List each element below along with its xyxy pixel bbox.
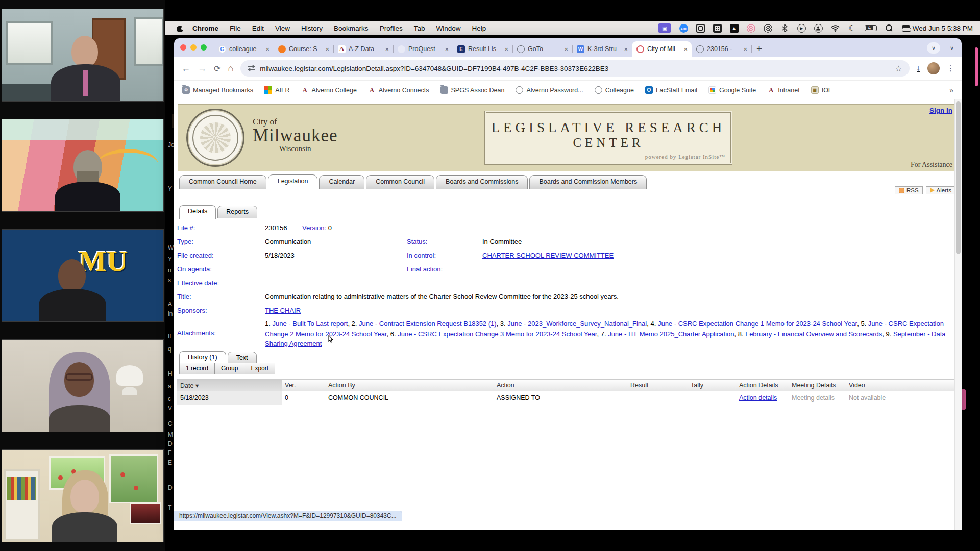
nav-tab-common-council-home[interactable]: Common Council Home	[179, 175, 266, 189]
grid-icon[interactable]	[713, 24, 722, 33]
attachment-link[interactable]: June - 2023_Workforce_Survey_National_Fi…	[507, 320, 647, 328]
tab-reports[interactable]: Reports	[217, 206, 257, 218]
browser-tab-k-3rd-stru[interactable]: WK-3rd Stru×	[572, 41, 632, 57]
downloads-icon[interactable]: ↓	[917, 64, 921, 72]
for-assistance[interactable]: For Assistance	[911, 161, 952, 169]
browser-tab-a-z-data[interactable]: AA-Z Data×	[333, 41, 393, 57]
menu-item-window[interactable]: Window	[436, 24, 460, 32]
adobe-icon[interactable]: ▲	[730, 24, 739, 33]
col-action[interactable]: Action	[494, 380, 627, 391]
participant-video-5[interactable]	[0, 441, 165, 551]
col-meeting-details[interactable]: Meeting Details	[789, 380, 846, 391]
wifi-icon[interactable]	[831, 24, 840, 33]
bookmark-iol[interactable]: ▦IOL	[811, 86, 832, 94]
spotlight-icon[interactable]	[885, 24, 894, 33]
menu-item-history[interactable]: History	[301, 24, 323, 32]
apple-icon[interactable]	[177, 24, 183, 32]
menu-item-bookmarks[interactable]: Bookmarks	[334, 24, 369, 32]
attachment-link[interactable]: June - Contract Extension Request B18352…	[359, 320, 497, 328]
bookmark-facstaff-email[interactable]: OFacStaff Email	[645, 86, 697, 94]
spiral-icon[interactable]	[764, 24, 772, 33]
bookmark-star-icon[interactable]: ☆	[895, 64, 902, 73]
menu-item-tab[interactable]: Tab	[414, 24, 425, 32]
menu-clock[interactable]: Wed Jun 5 5:38 PM	[913, 24, 973, 32]
bookmark-aifr[interactable]: AIFR	[264, 86, 289, 94]
nav-tab-calendar[interactable]: Calendar	[319, 175, 364, 189]
menu-item-help[interactable]: Help	[472, 24, 486, 32]
tab-close-icon[interactable]: ×	[682, 45, 689, 53]
action-details-link[interactable]: Action details	[739, 394, 777, 402]
window-chevron-icon[interactable]: ∨	[945, 42, 959, 54]
tab-close-icon[interactable]: ×	[563, 45, 569, 53]
col-result[interactable]: Result	[627, 380, 688, 391]
menu-app-name[interactable]: Chrome	[192, 24, 218, 32]
attachment-link[interactable]: June - CSRC Expectation Change 3 Memo fo…	[398, 330, 597, 338]
bluetooth-icon[interactable]	[780, 24, 789, 33]
records-button[interactable]: 1 record	[179, 363, 215, 374]
attachment-link[interactable]: June - Built To Last report	[272, 320, 348, 328]
nav-tab-common-council[interactable]: Common Council	[366, 175, 434, 189]
rss-button[interactable]: RSS	[895, 186, 923, 194]
new-tab-button[interactable]: +	[751, 43, 767, 57]
bookmark-colleague[interactable]: Colleague	[595, 86, 634, 94]
tab-close-icon[interactable]: ×	[623, 45, 629, 53]
url-text[interactable]: milwaukee.legistar.com/LegislationDetail…	[260, 65, 608, 72]
col-action-details[interactable]: Action Details	[736, 380, 789, 391]
tab-close-icon[interactable]: ×	[503, 45, 509, 53]
menu-item-file[interactable]: File	[230, 24, 241, 32]
bookmark-alverno-connects[interactable]: AAlverno Connects	[368, 86, 429, 94]
bookmark-alverno-college[interactable]: AAlverno College	[301, 86, 357, 94]
tab-search-chevron-icon[interactable]: ∨	[927, 42, 940, 54]
participant-video-2[interactable]	[0, 110, 165, 220]
back-button[interactable]: ←	[181, 63, 190, 74]
browser-tab-230156-[interactable]: 230156 -×	[692, 41, 751, 57]
tab-close-icon[interactable]: ×	[444, 45, 450, 53]
address-bar[interactable]: milwaukee.legistar.com/LegislationDetail…	[240, 60, 909, 77]
control-center-icon[interactable]	[902, 24, 911, 33]
home-button[interactable]: ⌂	[228, 63, 233, 74]
reload-button[interactable]: ⟳	[214, 64, 220, 73]
tab-close-icon[interactable]: ×	[324, 45, 330, 53]
page-scrollbar[interactable]	[954, 99, 962, 530]
col-tally[interactable]: Tally	[688, 380, 736, 391]
moon-icon[interactable]: ☾	[848, 24, 856, 33]
tab-close-icon[interactable]: ×	[742, 45, 748, 53]
scrollbar-thumb[interactable]	[956, 101, 961, 254]
tab-details[interactable]: Details	[179, 205, 216, 219]
browser-tab-city-of-mil[interactable]: City of Mil×	[632, 41, 692, 57]
group-button[interactable]: Group	[214, 363, 244, 374]
alerts-button[interactable]: Alerts	[926, 186, 955, 194]
attachment-link[interactable]: June - ITL Memo 2025_Charter Application	[608, 330, 734, 338]
camera-icon[interactable]	[696, 24, 705, 33]
attachment-link[interactable]: February - Financial Overview and Scorec…	[745, 330, 882, 338]
forward-button[interactable]: →	[198, 63, 207, 74]
browser-tab-proquest[interactable]: ProQuest×	[393, 41, 453, 57]
minimize-window-button[interactable]	[190, 44, 197, 51]
col-ver[interactable]: Ver.	[282, 380, 325, 391]
fingerprint-icon[interactable]	[747, 24, 755, 33]
menu-item-view[interactable]: View	[275, 24, 290, 32]
participant-video-4[interactable]	[0, 331, 165, 441]
sponsors-link[interactable]: THE CHAIR	[265, 307, 301, 314]
nav-tab-boards-and-commissions[interactable]: Boards and Commissions	[436, 175, 528, 189]
attachment-link[interactable]: June - CSRC Expectation Change 1 Memo fo…	[658, 320, 857, 328]
browser-tab-course-s[interactable]: Course: S×	[274, 41, 333, 57]
chrome-menu-icon[interactable]: ⋮	[947, 64, 954, 73]
col-video[interactable]: Video	[846, 380, 954, 391]
nav-tab-legislation[interactable]: Legislation	[268, 174, 318, 189]
screen-share-icon[interactable]: ▣	[658, 23, 671, 33]
site-settings-icon[interactable]	[248, 65, 255, 71]
participant-video-1[interactable]	[0, 0, 165, 110]
zoom-app-icon[interactable]: zm	[679, 24, 688, 33]
browser-tab-goto[interactable]: GoTo×	[512, 41, 572, 57]
col-action-by[interactable]: Action By	[325, 380, 494, 391]
browser-tab-result-lis[interactable]: EResult Lis×	[453, 41, 512, 57]
bookmark-intranet[interactable]: AIntranet	[767, 86, 799, 94]
incontrol-link[interactable]: CHARTER SCHOOL REVIEW COMMITTEE	[482, 252, 614, 259]
user-icon[interactable]	[814, 24, 823, 33]
nav-tab-boards-and-commission-members[interactable]: Boards and Commission Members	[529, 175, 647, 189]
bookmark-google-suite[interactable]: Google Suite	[708, 86, 756, 94]
export-button[interactable]: Export	[244, 363, 275, 374]
play-icon[interactable]: ▸	[797, 24, 806, 33]
battery-icon[interactable]	[865, 25, 877, 31]
